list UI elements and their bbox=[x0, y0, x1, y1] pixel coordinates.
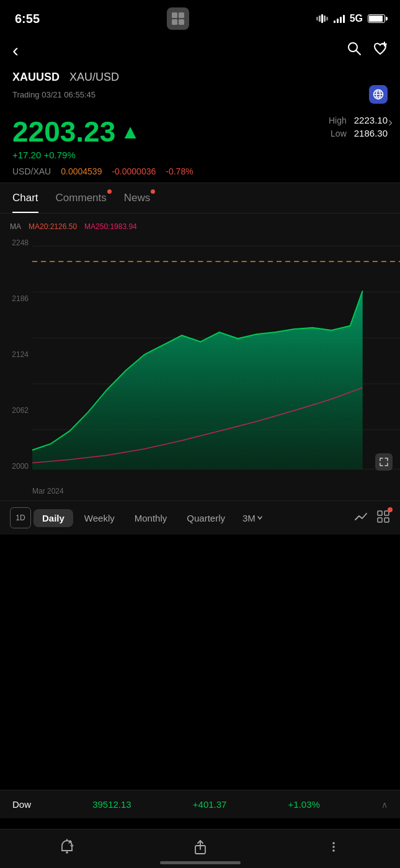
price-change-value: +17.20 bbox=[12, 150, 41, 160]
expand-chart-button[interactable] bbox=[375, 453, 393, 471]
nav-bar: ‹ bbox=[0, 35, 400, 68]
bottom-ticker: Dow 39512.13 +401.37 +1.03% ∧ bbox=[0, 790, 400, 818]
y-label-4: 2000 bbox=[0, 462, 32, 471]
svg-line-10 bbox=[356, 50, 360, 55]
grid-icon[interactable] bbox=[376, 510, 390, 527]
search-icon[interactable] bbox=[347, 41, 362, 60]
app-icon bbox=[167, 7, 189, 30]
svg-point-37 bbox=[332, 846, 335, 848]
low-row: Low 2186.30 bbox=[331, 128, 388, 138]
comments-dot bbox=[107, 189, 112, 194]
period-monthly-button[interactable]: Monthly bbox=[126, 509, 176, 527]
period-actions bbox=[354, 510, 390, 527]
favorite-icon[interactable] bbox=[373, 41, 388, 60]
sound-icon bbox=[316, 14, 329, 23]
svg-rect-6 bbox=[321, 14, 323, 23]
current-price: 2203.23 ▲ bbox=[12, 115, 140, 148]
ma20-label: MA20:2126.50 bbox=[29, 222, 77, 231]
svg-point-30 bbox=[66, 851, 68, 854]
network-label: 5G bbox=[350, 13, 363, 24]
chart-area: MA MA20:2126.50 MA250:1983.94 2248 2186 … bbox=[0, 214, 400, 535]
svg-rect-4 bbox=[316, 17, 318, 20]
home-indicator bbox=[160, 861, 241, 864]
ma-label: MA bbox=[10, 222, 21, 231]
period-1d-button[interactable]: 1D bbox=[10, 507, 31, 528]
ticker-price: 39512.13 bbox=[92, 799, 131, 810]
expand-button[interactable]: › bbox=[388, 115, 393, 129]
tab-chart[interactable]: Chart bbox=[12, 192, 38, 213]
ma-labels: MA MA20:2126.50 MA250:1983.94 bbox=[0, 220, 400, 233]
symbol-code: XAUUSD bbox=[12, 71, 60, 84]
svg-rect-1 bbox=[179, 12, 184, 18]
svg-rect-25 bbox=[378, 511, 382, 515]
low-label: Low bbox=[331, 129, 347, 138]
y-label-2: 2124 bbox=[0, 350, 32, 359]
globe-icon[interactable] bbox=[369, 85, 388, 104]
chart-svg-area[interactable] bbox=[32, 233, 400, 476]
ticker-pct: +1.03% bbox=[288, 799, 320, 810]
tab-comments[interactable]: Comments bbox=[56, 192, 107, 213]
period-selector: 1D Daily Weekly Monthly Quarterly 3M bbox=[0, 500, 400, 535]
svg-rect-3 bbox=[179, 19, 184, 25]
alert-button[interactable] bbox=[58, 838, 76, 856]
chart-y-labels: 2248 2186 2124 2062 2000 bbox=[0, 233, 32, 476]
chart-container: 2248 2186 2124 2062 2000 bbox=[0, 233, 400, 500]
svg-rect-28 bbox=[384, 518, 389, 522]
y-label-0: 2248 bbox=[0, 238, 32, 247]
high-row: High 2223.10 bbox=[329, 115, 388, 125]
tabs-bar: Chart Comments News bbox=[0, 183, 400, 214]
ma250-label: MA250:1983.94 bbox=[84, 222, 137, 231]
ticker-chevron-icon: ∧ bbox=[381, 800, 388, 810]
ticker-change: +401.37 bbox=[193, 799, 227, 810]
grid-notification-dot bbox=[388, 507, 393, 512]
symbol-name: XAU/USD bbox=[69, 71, 119, 84]
symbol-header: XAUUSD XAU/USD Trading 03/21 06:55:45 bbox=[0, 68, 400, 115]
status-bar: 6:55 5G bbox=[0, 0, 400, 35]
more-button[interactable] bbox=[325, 838, 342, 856]
svg-rect-8 bbox=[326, 17, 328, 20]
price-left: 2203.23 ▲ +17.20 +0.79% bbox=[12, 115, 140, 160]
status-right: 5G bbox=[316, 13, 385, 24]
battery-icon bbox=[368, 14, 385, 23]
share-button[interactable] bbox=[192, 838, 209, 856]
y-label-3: 2062 bbox=[0, 406, 32, 415]
ticker-name: Dow bbox=[12, 799, 31, 810]
trading-time-row: Trading 03/21 06:55:45 bbox=[12, 85, 388, 104]
chart-type-icon[interactable] bbox=[354, 510, 368, 527]
usd-xau-val2: -0.0000036 bbox=[112, 166, 156, 176]
period-daily-button[interactable]: Daily bbox=[33, 509, 73, 527]
price-up-arrow: ▲ bbox=[120, 120, 140, 143]
chart-x-label: Mar 2024 bbox=[32, 487, 64, 495]
low-value: 2186.30 bbox=[354, 128, 388, 138]
price-change-pct: +0.79% bbox=[43, 150, 75, 160]
signal-bars bbox=[334, 14, 345, 23]
price-change: +17.20 +0.79% bbox=[12, 150, 140, 160]
news-dot bbox=[151, 189, 155, 194]
svg-rect-27 bbox=[378, 518, 382, 522]
svg-point-38 bbox=[332, 849, 335, 852]
chevron-down-icon bbox=[257, 515, 263, 521]
price-section: 2203.23 ▲ +17.20 +0.79% High 2223.10 Low… bbox=[0, 115, 400, 164]
period-weekly-button[interactable]: Weekly bbox=[76, 509, 123, 527]
svg-rect-5 bbox=[319, 16, 321, 22]
svg-rect-2 bbox=[172, 19, 177, 25]
svg-rect-7 bbox=[324, 16, 326, 22]
high-label: High bbox=[329, 115, 347, 125]
period-3m-button[interactable]: 3M bbox=[236, 509, 269, 527]
usd-xau-val3: -0.78% bbox=[166, 166, 193, 176]
usd-xau-row: USD/XAU 0.0004539 -0.0000036 -0.78% bbox=[0, 164, 400, 183]
trading-time-label: Trading 03/21 06:55:45 bbox=[12, 90, 96, 99]
y-label-1: 2186 bbox=[0, 294, 32, 303]
high-value: 2223.10 bbox=[354, 115, 388, 125]
usd-xau-val1: 0.0004539 bbox=[61, 166, 102, 176]
tab-news[interactable]: News bbox=[124, 192, 151, 213]
price-value: 2203.23 bbox=[12, 115, 115, 148]
back-button[interactable]: ‹ bbox=[12, 40, 19, 61]
status-time: 6:55 bbox=[15, 12, 40, 26]
period-quarterly-button[interactable]: Quarterly bbox=[178, 509, 234, 527]
svg-point-36 bbox=[332, 842, 335, 844]
status-center bbox=[167, 7, 189, 30]
svg-rect-0 bbox=[172, 12, 177, 18]
usd-xau-label: USD/XAU bbox=[12, 166, 51, 176]
nav-actions bbox=[347, 41, 388, 60]
